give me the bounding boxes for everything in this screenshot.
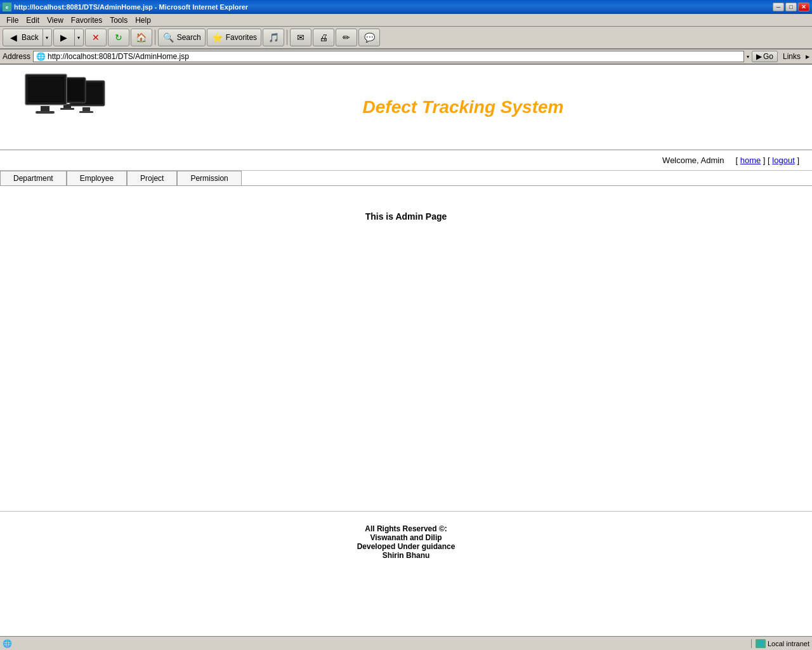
svg-rect-7	[60, 108, 74, 110]
refresh-button[interactable]: ↻	[108, 29, 129, 46]
nav-department[interactable]: Department	[0, 171, 67, 185]
toolbar-sep-2	[287, 30, 287, 45]
bracket-close: ]	[797, 156, 799, 165]
links-label: Links	[780, 52, 803, 61]
address-bar: Address 🌐 http://localhost:8081/DTS/Admi…	[0, 50, 812, 65]
svg-rect-10	[29, 78, 63, 101]
home-icon: 🏠	[135, 31, 148, 44]
footer-line4: Shirin Bhanu	[13, 551, 799, 560]
print-icon: 🖨	[317, 31, 330, 44]
edit-button[interactable]: ✏	[336, 29, 357, 46]
menu-tools[interactable]: Tools	[106, 15, 131, 25]
menu-file[interactable]: File	[3, 15, 22, 25]
stop-button[interactable]: ✕	[85, 29, 107, 46]
svg-rect-3	[79, 111, 93, 113]
welcome-text: Welcome, Admin	[662, 156, 724, 165]
back-dropdown-arrow[interactable]: ▾	[43, 29, 51, 46]
menu-view[interactable]: View	[43, 15, 67, 25]
logout-link[interactable]: logout	[772, 156, 794, 165]
footer-line3: Developed Under guidance	[13, 542, 799, 551]
refresh-icon: ↻	[112, 31, 125, 44]
title-bar: e http://localhost:8081/DTS/AdminHome.js…	[0, 0, 812, 14]
media-button[interactable]: 🎵	[263, 29, 284, 46]
app-title: Defect Tracking System	[127, 97, 799, 117]
admin-page-text: This is Admin Page	[13, 211, 799, 222]
address-text[interactable]: http://localhost:8081/DTS/AdminHome.jsp	[48, 52, 189, 61]
links-expand-icon[interactable]: ▶	[806, 54, 809, 60]
search-icon: 🔍	[162, 31, 175, 44]
stop-icon: ✕	[89, 31, 102, 44]
back-button[interactable]: ◀ Back ▾	[3, 29, 52, 46]
footer-line1: All Rights Reserved ©:	[13, 524, 799, 533]
toolbar: ◀ Back ▾ ▶ ▾ ✕ ↻ 🏠 🔍 Search ⭐ Favorites …	[0, 27, 812, 50]
nav-employee[interactable]: Employee	[67, 171, 127, 185]
media-icon: 🎵	[267, 31, 280, 44]
maximize-button[interactable]: □	[785, 3, 797, 11]
ie-icon: e	[3, 3, 11, 11]
favorites-button[interactable]: ⭐ Favorites	[207, 29, 261, 46]
page-footer: All Rights Reserved ©: Viswanath and Dil…	[0, 511, 812, 573]
address-globe-icon: 🌐	[36, 52, 46, 61]
svg-rect-12	[36, 111, 55, 114]
messenger-icon: 💬	[363, 31, 376, 44]
toolbar-sep-1	[155, 30, 155, 45]
menu-help[interactable]: Help	[131, 15, 155, 25]
home-link[interactable]: home	[740, 156, 761, 165]
menu-favorites[interactable]: Favorites	[67, 15, 106, 25]
edit-icon: ✏	[340, 31, 353, 44]
header-title-area: Defect Tracking System	[127, 97, 799, 117]
menu-bar: File Edit View Favorites Tools Help	[0, 14, 812, 27]
home-button[interactable]: 🏠	[131, 29, 152, 46]
go-arrow-icon: ▶	[756, 52, 762, 61]
back-icon: ◀	[7, 31, 20, 44]
footer-line2: Viswanath and Dilip	[13, 533, 799, 542]
page-header: Defect Tracking System	[0, 65, 812, 150]
forward-dropdown-arrow[interactable]: ▾	[74, 29, 83, 46]
menu-edit[interactable]: Edit	[22, 15, 43, 25]
nav-menu: Department Employee Project Permission	[0, 171, 812, 186]
bracket-mid: ] [	[763, 156, 770, 165]
forward-icon: ▶	[58, 31, 70, 44]
header-logo	[13, 71, 127, 143]
window-title: http://localhost:8081/DTS/AdminHome.jsp …	[14, 3, 248, 11]
minimize-button[interactable]: ─	[773, 3, 784, 11]
welcome-bar: Welcome, Admin [ home ] [ logout ]	[0, 150, 812, 171]
nav-permission[interactable]: Permission	[177, 171, 241, 185]
go-button[interactable]: ▶ Go	[752, 51, 778, 62]
print-button[interactable]: 🖨	[313, 29, 334, 46]
search-button[interactable]: 🔍 Search	[158, 29, 206, 46]
mail-icon: ✉	[294, 31, 307, 44]
bracket-open: [	[735, 156, 738, 165]
content-area: Defect Tracking System Welcome, Admin [ …	[0, 65, 812, 611]
forward-button[interactable]: ▶ ▾	[53, 29, 84, 46]
address-dropdown-arrow[interactable]: ▾	[747, 54, 749, 60]
messenger-button[interactable]: 💬	[358, 29, 380, 46]
close-button[interactable]: ✕	[798, 3, 809, 11]
address-input-wrap: 🌐 http://localhost:8081/DTS/AdminHome.js…	[33, 51, 744, 62]
address-label: Address	[3, 52, 30, 61]
window-controls: ─ □ ✕	[773, 3, 809, 11]
page-content: This is Admin Page	[0, 186, 812, 247]
favorites-icon: ⭐	[211, 31, 224, 44]
nav-project[interactable]: Project	[127, 171, 177, 185]
mail-button[interactable]: ✉	[290, 29, 311, 46]
